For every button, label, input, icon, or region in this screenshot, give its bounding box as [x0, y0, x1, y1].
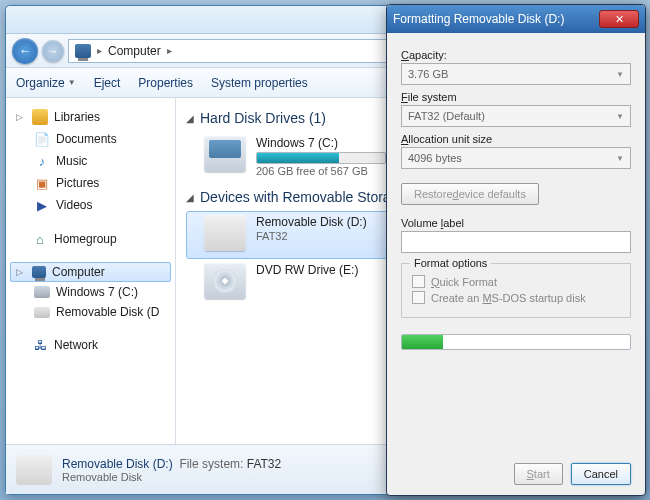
dialog-body: Capacity: 3.76 GB▼ File system FAT32 (De… — [387, 33, 645, 495]
dialog-button-row: Start Cancel — [401, 453, 631, 485]
chevron-right-icon: ▸ — [97, 45, 102, 56]
dvd-drive-icon — [204, 263, 246, 299]
format-options-legend: Format options — [410, 257, 491, 269]
volume-label-label: Volume label — [401, 217, 631, 229]
chevron-down-icon: ▼ — [616, 70, 624, 79]
chevron-down-icon: ▼ — [616, 112, 624, 121]
checkbox-icon — [412, 291, 425, 304]
documents-icon: 📄 — [34, 131, 50, 147]
usb-drive-icon — [16, 455, 52, 485]
cancel-button[interactable]: Cancel — [571, 463, 631, 485]
eject-button[interactable]: Eject — [94, 76, 121, 90]
back-button[interactable]: ← — [12, 38, 38, 64]
status-fs-label: File system: — [179, 457, 243, 471]
capacity-label: Capacity: — [401, 49, 631, 61]
format-options-group: Format options Quick Format Create an MS… — [401, 263, 631, 318]
status-drive-type: Removable Disk — [62, 471, 281, 483]
videos-icon: ▶ — [34, 197, 50, 213]
sidebar-item-videos[interactable]: ▶Videos — [10, 194, 171, 216]
chevron-down-icon: ▼ — [68, 78, 76, 87]
start-button[interactable]: Start — [514, 463, 563, 485]
music-icon: ♪ — [34, 153, 50, 169]
drive-usage-bar — [256, 152, 386, 164]
usb-drive-icon — [204, 215, 246, 251]
usb-drive-icon — [34, 307, 50, 318]
sidebar-item-documents[interactable]: 📄Documents — [10, 128, 171, 150]
sidebar-item-windows7-drive[interactable]: Windows 7 (C:) — [10, 282, 171, 302]
collapse-icon: ◢ — [186, 192, 194, 203]
sidebar-item-homegroup[interactable]: ⌂Homegroup — [10, 228, 171, 250]
sidebar-item-libraries[interactable]: ▷Libraries — [10, 106, 171, 128]
quick-format-checkbox[interactable]: Quick Format — [412, 275, 620, 288]
status-fs-value: FAT32 — [247, 457, 281, 471]
system-properties-button[interactable]: System properties — [211, 76, 308, 90]
collapse-icon: ◢ — [186, 113, 194, 124]
hdd-icon — [34, 286, 50, 298]
expand-icon: ▷ — [16, 112, 26, 122]
network-icon: 🖧 — [32, 337, 48, 353]
expand-icon: ▷ — [16, 267, 26, 277]
forward-button[interactable]: → — [42, 40, 64, 62]
msdos-startup-checkbox[interactable]: Create an MS-DOS startup disk — [412, 291, 620, 304]
restore-defaults-button[interactable]: Restore device defaults — [401, 183, 539, 205]
sidebar-item-computer[interactable]: ▷Computer — [10, 262, 171, 282]
pictures-icon: ▣ — [34, 175, 50, 191]
volume-label-input[interactable] — [401, 231, 631, 253]
computer-icon — [75, 44, 91, 58]
allocation-label: Allocation unit size — [401, 133, 631, 145]
homegroup-icon: ⌂ — [32, 231, 48, 247]
capacity-select[interactable]: 3.76 GB▼ — [401, 63, 631, 85]
sidebar-item-music[interactable]: ♪Music — [10, 150, 171, 172]
sidebar-item-pictures[interactable]: ▣Pictures — [10, 172, 171, 194]
status-drive-name: Removable Disk (D:) — [62, 457, 173, 471]
sidebar-item-network[interactable]: 🖧Network — [10, 334, 171, 356]
filesystem-select[interactable]: FAT32 (Default)▼ — [401, 105, 631, 127]
computer-icon — [32, 266, 46, 278]
dialog-title: Formatting Removable Disk (D:) — [393, 12, 564, 26]
dialog-titlebar: Formatting Removable Disk (D:) ✕ — [387, 5, 645, 33]
hdd-icon — [204, 136, 246, 172]
allocation-select[interactable]: 4096 bytes▼ — [401, 147, 631, 169]
properties-button[interactable]: Properties — [138, 76, 193, 90]
address-location: Computer — [108, 44, 161, 58]
format-progress-bar — [401, 334, 631, 350]
chevron-down-icon: ▼ — [616, 154, 624, 163]
dialog-close-button[interactable]: ✕ — [599, 10, 639, 28]
organize-menu[interactable]: Organize▼ — [16, 76, 76, 90]
checkbox-icon — [412, 275, 425, 288]
libraries-icon — [32, 109, 48, 125]
filesystem-label: File system — [401, 91, 631, 103]
sidebar-item-removable-disk[interactable]: Removable Disk (D — [10, 302, 171, 322]
chevron-right-icon: ▸ — [167, 45, 172, 56]
format-dialog: Formatting Removable Disk (D:) ✕ Capacit… — [386, 4, 646, 496]
sidebar: ▷Libraries 📄Documents ♪Music ▣Pictures ▶… — [6, 98, 176, 444]
